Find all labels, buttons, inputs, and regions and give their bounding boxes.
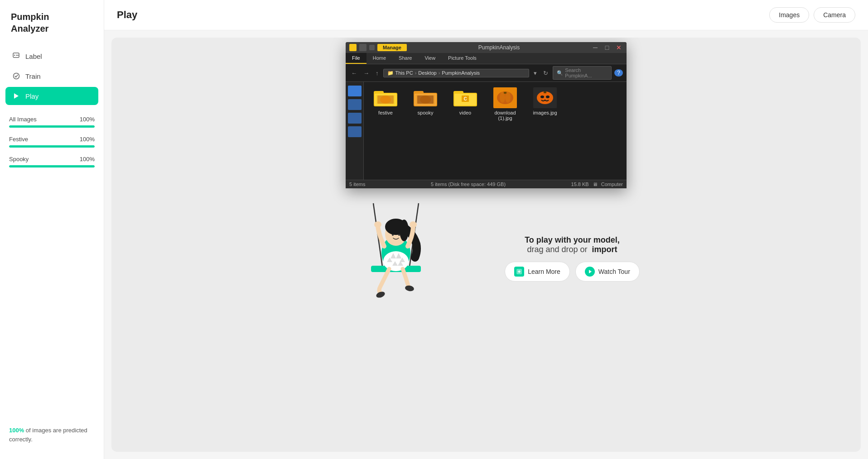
camera-button[interactable]: Camera: [814, 7, 855, 23]
stat-bar-all: [9, 125, 95, 128]
fe-path-part2: Desktop: [418, 70, 436, 76]
fe-addressbar: ← → ↑ 📁 This PC › Desktop › PumpkinAnaly…: [346, 64, 627, 82]
sidebar-label-text: Label: [25, 53, 42, 60]
sidebar-item-play[interactable]: Play: [5, 87, 98, 105]
fe-dropdown-button[interactable]: ▾: [532, 69, 539, 77]
svg-point-16: [420, 96, 431, 104]
content-row: To play with your model, drag and drop o…: [333, 194, 640, 323]
top-bar: Play Images Camera: [104, 0, 868, 30]
fe-ribbon: File Home Share View Picture Tools: [346, 53, 627, 64]
main-content: Play Images Camera Manage PumpkinAnalysi…: [104, 0, 868, 459]
fe-file-festive[interactable]: festive: [369, 87, 402, 115]
sidebar-footer: 100% of images are predicted correctly.: [0, 417, 104, 448]
fe-icon1: [349, 44, 357, 51]
check-icon: [12, 72, 21, 81]
fe-manage-tab[interactable]: Manage: [377, 44, 407, 51]
learn-more-button[interactable]: Learn More: [505, 262, 570, 282]
fe-refresh-button[interactable]: ↻: [541, 69, 550, 77]
fe-search-placeholder: Search PumpkinA...: [565, 67, 608, 78]
stat-pct-spooky: 100%: [80, 156, 95, 163]
stats-section: All Images 100% Festive 100% Spooky 100%: [0, 116, 104, 167]
learn-more-icon: [514, 267, 524, 277]
stat-pct-all: 100%: [80, 116, 95, 123]
play-text-area: To play with your model, drag and drop o…: [505, 235, 640, 282]
fe-file-images[interactable]: images.jpg: [529, 87, 561, 115]
fe-search-bar[interactable]: 🔍 Search PumpkinA...: [553, 66, 612, 80]
file-explorer-window: Manage PumpkinAnalysis ─ □ ✕ File Home S…: [346, 42, 627, 188]
fe-file-download-label: download (1).jpg: [489, 110, 521, 121]
stat-all-images: All Images 100%: [9, 116, 95, 128]
play-instruction: To play with your model, drag and drop o…: [525, 235, 620, 254]
fe-file-spooky-label: spooky: [418, 110, 434, 115]
fe-folder-festive-icon: [374, 87, 397, 108]
fe-side-item-3: [348, 113, 362, 124]
fe-status-icon: 🖥: [593, 182, 598, 187]
stat-label-festive: Festive: [9, 136, 28, 143]
fe-icon3: [369, 45, 375, 50]
fe-tab-picture[interactable]: Picture Tools: [442, 53, 483, 64]
fe-tab-share[interactable]: Share: [392, 53, 418, 64]
watch-tour-label: Watch Tour: [598, 268, 630, 275]
fe-back-button[interactable]: ←: [349, 69, 359, 77]
svg-point-1: [14, 55, 15, 56]
sidebar-play-text: Play: [25, 92, 39, 100]
stat-spooky: Spooky 100%: [9, 156, 95, 167]
svg-point-48: [374, 221, 381, 228]
fe-window-controls: ─ □ ✕: [591, 44, 623, 51]
maximize-button[interactable]: □: [603, 44, 611, 51]
fe-folder-video-icon: C: [453, 87, 477, 108]
fe-body: festive: [346, 82, 627, 180]
fe-tab-file[interactable]: File: [346, 53, 366, 64]
fe-file-video-label: video: [459, 110, 471, 115]
top-bar-buttons: Images Camera: [769, 7, 855, 23]
fe-file-video[interactable]: C video: [449, 87, 482, 115]
stat-bar-festive: [9, 145, 95, 148]
stat-label-all: All Images: [9, 116, 37, 123]
play-illustration: [333, 194, 459, 323]
fe-statusbar: 5 items 5 items (Disk free space: 449 GB…: [346, 180, 627, 188]
app-title: Pumpkin Analyzer: [0, 11, 104, 47]
fe-status-size: 15.8 KB: [571, 182, 589, 187]
fe-path-bar[interactable]: 📁 This PC › Desktop › PumpkinAnalysis: [383, 69, 530, 77]
svg-marker-4: [14, 93, 19, 99]
fe-help-button[interactable]: ?: [614, 69, 623, 76]
sidebar-item-train[interactable]: Train: [5, 67, 98, 85]
svg-point-51: [405, 285, 415, 292]
close-button[interactable]: ✕: [615, 44, 623, 51]
stat-pct-festive: 100%: [80, 136, 95, 143]
fe-path-part3: PumpkinAnalysis: [442, 70, 480, 76]
fe-status-items: 5 items (Disk free space: 449 GB): [431, 182, 506, 187]
stat-festive: Festive 100%: [9, 136, 95, 148]
svg-point-3: [14, 73, 19, 79]
fe-titlebar: Manage PumpkinAnalysis ─ □ ✕: [346, 42, 627, 53]
fe-side-item-1: [348, 86, 362, 96]
fe-sidebar-panel: [346, 82, 364, 180]
sidebar-item-label[interactable]: Label: [5, 47, 98, 65]
nav-items: Label Train Play: [0, 47, 104, 105]
images-button[interactable]: Images: [769, 7, 809, 23]
fe-file-spooky[interactable]: spooky: [409, 87, 442, 115]
fe-tab-home[interactable]: Home: [366, 53, 392, 64]
play-icon: [12, 91, 21, 100]
watch-tour-button[interactable]: Watch Tour: [575, 262, 640, 282]
fe-file-festive-label: festive: [378, 110, 393, 115]
svg-point-29: [540, 96, 544, 98]
fe-folder-spooky-icon: [414, 87, 437, 108]
fe-up-button[interactable]: ↑: [374, 69, 381, 77]
play-area[interactable]: Manage PumpkinAnalysis ─ □ ✕ File Home S…: [111, 38, 861, 452]
stat-fill-festive: [9, 145, 95, 148]
fe-img-images-icon: [533, 87, 557, 108]
svg-point-49: [410, 221, 417, 228]
import-link[interactable]: import: [592, 245, 617, 254]
fe-file-download[interactable]: download (1).jpg: [489, 87, 521, 121]
stat-label-spooky: Spooky: [9, 156, 29, 163]
fe-forward-button[interactable]: →: [362, 69, 371, 77]
sidebar-train-text: Train: [25, 72, 41, 80]
fe-side-spacer: [348, 140, 362, 176]
svg-rect-26: [504, 92, 506, 94]
stat-bar-spooky: [9, 165, 95, 167]
sidebar: Pumpkin Analyzer Label Train: [0, 0, 104, 459]
fe-tab-view[interactable]: View: [418, 53, 442, 64]
minimize-button[interactable]: ─: [591, 44, 599, 51]
fe-status-right: Computer: [601, 182, 623, 187]
